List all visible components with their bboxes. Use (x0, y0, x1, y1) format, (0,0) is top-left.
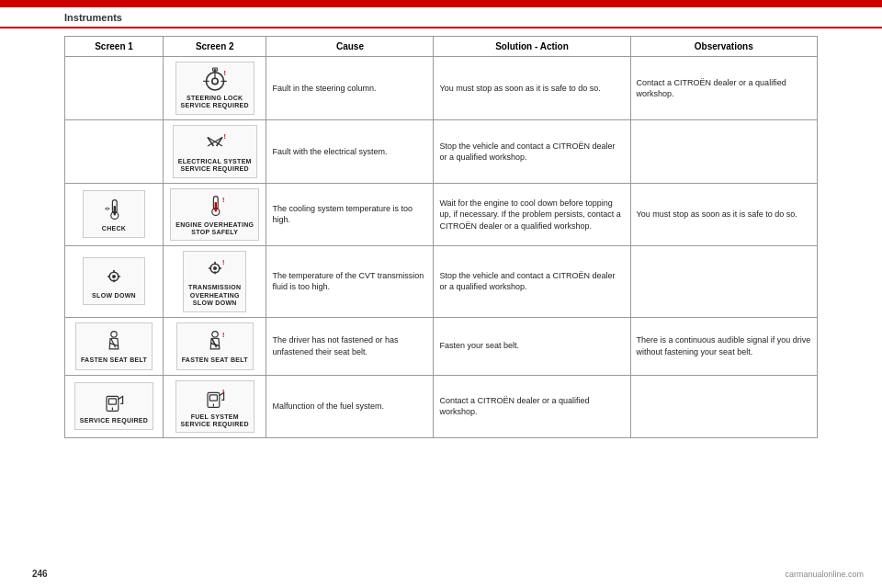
svg-rect-20 (107, 276, 110, 277)
steering-lock-icon: ! (200, 66, 230, 92)
table-row: SLOW DOWN ! TRANSM (65, 246, 818, 317)
svg-rect-24 (214, 262, 216, 265)
solution-cell: Contact a CITROËN dealer or a qualified … (434, 375, 630, 438)
col-header-screen1: Screen 1 (65, 37, 164, 57)
instrument-table: Screen 1 Screen 2 Cause Solution - Actio… (64, 36, 818, 438)
obs-cell (630, 119, 817, 183)
svg-rect-33 (108, 399, 116, 404)
svg-text:!: ! (222, 258, 224, 266)
cause-cell: The cooling system temperature is too hi… (266, 183, 434, 246)
svg-point-30 (212, 331, 218, 336)
col-header-solution: Solution - Action (434, 37, 630, 57)
solution-cell: Fasten your seat belt. (434, 317, 630, 375)
engine-overheating-icon: ! (200, 193, 230, 219)
table-row: CHECK ! ENGINE OVERHEATINGSTOP SAFELY (65, 183, 818, 246)
svg-point-23 (213, 266, 217, 270)
cause-cell: Malfunction of the fuel system. (266, 375, 434, 438)
table-row: FASTEN SEAT BELT ! FASTEN SEAT BELT (65, 317, 818, 375)
col-header-observations: Observations (630, 37, 817, 57)
svg-point-29 (111, 331, 117, 336)
section-title: Instruments (64, 12, 122, 23)
screen1-cell (65, 119, 164, 183)
obs-cell: Contact a CITROËN dealer or a qualified … (630, 57, 817, 120)
cause-cell: Fault with the electrical system. (266, 119, 434, 183)
seatbelt-screen1-icon (99, 328, 129, 354)
svg-text:!: ! (222, 196, 224, 204)
obs-cell (630, 375, 817, 438)
svg-rect-36 (209, 394, 217, 400)
page-number: 246 (32, 569, 48, 579)
screen2-cell: ! ELECTRICAL SYSTEMSERVICE REQUIRED (164, 119, 266, 183)
svg-rect-21 (118, 276, 120, 277)
screen2-cell: ! FUEL SYSTEMSERVICE REQUIRED (164, 375, 266, 438)
cause-cell: The driver has not fastened or has unfas… (266, 317, 434, 375)
engine-check-icon (99, 197, 129, 222)
solution-cell: Stop the vehicle and contact a CITROËN d… (434, 119, 630, 183)
obs-cell (630, 246, 817, 317)
screen1-cell: SERVICE REQUIRED (65, 375, 164, 438)
screen1-cell: SLOW DOWN (65, 246, 164, 317)
screen2-cell: ! FASTEN SEAT BELT (164, 317, 266, 375)
obs-cell: You must stop as soon as it is safe to d… (630, 183, 817, 246)
fuel-system-icon: ! (200, 385, 230, 411)
electrical-system-icon: ! (200, 130, 230, 155)
svg-rect-19 (113, 279, 115, 282)
screen2-cell: ! ENGINE OVERHEATINGSTOP SAFELY (164, 183, 266, 246)
svg-rect-27 (219, 268, 221, 270)
svg-rect-11 (114, 206, 116, 215)
screen2-cell: ! STEERING LOCKSERVICE REQUIRED (164, 57, 266, 120)
svg-point-1 (212, 78, 218, 84)
svg-rect-14 (214, 202, 216, 211)
table-row: SERVICE REQUIRED ! FUEL SYSTEMSERVICE RE… (65, 375, 818, 438)
col-header-cause: Cause (266, 37, 434, 57)
screen1-cell (65, 57, 164, 120)
table-row: ! STEERING LOCKSERVICE REQUIRED Fault in… (65, 57, 818, 120)
solution-cell: You must stop as soon as it is safe to d… (434, 57, 630, 120)
svg-text:!: ! (222, 388, 224, 396)
obs-cell: There is a continuous audible signal if … (630, 317, 817, 375)
screen1-cell: FASTEN SEAT BELT (65, 317, 164, 375)
solution-cell: Wait for the engine to cool down before … (434, 183, 630, 246)
svg-text:!: ! (223, 69, 225, 77)
cause-cell: Fault in the steering column. (266, 57, 434, 120)
svg-text:!: ! (222, 331, 224, 339)
seatbelt-screen2-icon: ! (200, 328, 230, 354)
svg-text:!: ! (223, 132, 225, 141)
watermark: carmanualonline.com (785, 570, 864, 579)
svg-rect-26 (209, 268, 211, 270)
svg-rect-25 (214, 272, 216, 275)
screen1-cell: CHECK (65, 183, 164, 246)
slowdown-icon (99, 264, 129, 289)
section-header: Instruments (0, 7, 882, 28)
svg-point-17 (112, 275, 116, 278)
screen2-cell: ! TRANSMISSIONOVERHEATINGSLOW DOWN (164, 246, 266, 317)
service-required-icon (99, 389, 129, 414)
transmission-overheating-icon: ! (200, 255, 230, 281)
solution-cell: Stop the vehicle and contact a CITROËN d… (434, 246, 630, 317)
col-header-screen2: Screen 2 (164, 37, 266, 57)
cause-cell: The temperature of the CVT transmission … (266, 246, 434, 317)
svg-rect-18 (113, 270, 115, 273)
table-row: ! ELECTRICAL SYSTEMSERVICE REQUIRED Faul… (65, 119, 818, 183)
